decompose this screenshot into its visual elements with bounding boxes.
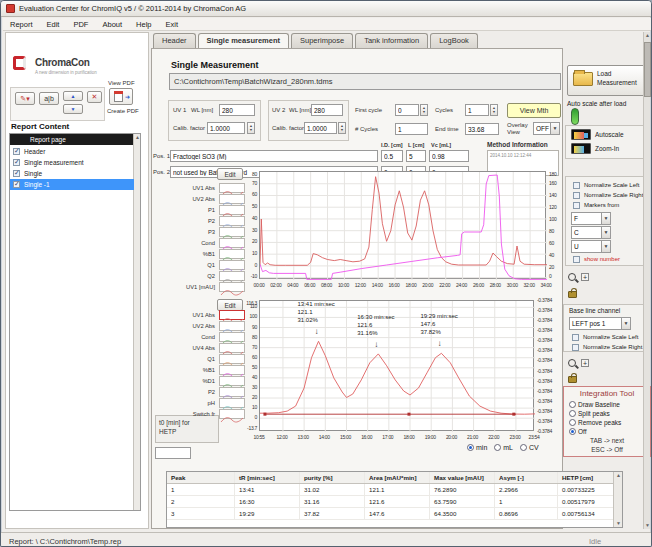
uv2-wl-input[interactable] <box>311 104 343 116</box>
uv1-calib-spinner[interactable]: ▲▼ <box>247 122 255 134</box>
chevron-down-icon[interactable]: ▼ <box>621 318 630 329</box>
baseline-channel-dropdown[interactable]: LEFT pos 1 ▼ <box>569 317 631 330</box>
column-header[interactable]: Area [mAU*min] <box>365 472 430 483</box>
t0-input[interactable] <box>155 447 191 459</box>
list-item[interactable]: Single <box>10 168 134 179</box>
autoscale-icon[interactable] <box>571 129 591 140</box>
channel-thumb[interactable] <box>219 282 245 292</box>
uv2-calib-input[interactable] <box>304 122 337 134</box>
marker-dropdown-2[interactable]: C▼ <box>571 226 611 239</box>
first-cycle-input[interactable] <box>395 104 419 116</box>
integration-radio-remove-peaks[interactable]: Remove peaks <box>569 418 643 427</box>
title-bar[interactable]: Evaluation Center for ChromIQ v5 / © 201… <box>1 1 652 17</box>
pos1-l-input[interactable] <box>406 150 426 162</box>
column-header[interactable]: HETP [cm] <box>558 472 614 483</box>
pos1-id-input[interactable] <box>381 150 403 162</box>
chevron-down-icon[interactable]: ▼ <box>601 227 610 238</box>
tab-superimpose[interactable]: Superimpose <box>291 33 353 48</box>
move-down-button[interactable]: ▼ <box>63 104 83 114</box>
checkbox-icon[interactable] <box>572 334 579 341</box>
chevron-down-icon[interactable]: ▼ <box>601 213 610 224</box>
end-time-input[interactable] <box>465 123 499 135</box>
normalize-scale-right-row[interactable]: Normalize Scale Right <box>570 190 643 200</box>
zoom-plus-icon[interactable]: + <box>581 273 589 281</box>
menu-item-edit[interactable]: Edit <box>40 20 67 29</box>
menu-item-about[interactable]: About <box>95 20 129 29</box>
lock-icon[interactable] <box>568 291 577 298</box>
magnifier-icon[interactable] <box>568 359 576 367</box>
radio-icon[interactable] <box>569 419 576 426</box>
scroll-down-icon[interactable]: ▼ <box>644 522 651 529</box>
zoom-plus-icon[interactable]: + <box>581 359 589 367</box>
checkbox-icon[interactable] <box>572 344 579 351</box>
uv1-wl-input[interactable] <box>219 104 255 116</box>
scroll-up-icon[interactable]: ▲ <box>134 134 141 141</box>
radio-icon[interactable] <box>494 444 501 451</box>
checkbox-icon[interactable] <box>573 256 580 263</box>
num-cycles-input[interactable] <box>395 123 428 135</box>
unit-radio-cv[interactable]: CV <box>520 444 539 451</box>
scroll-up-icon[interactable]: ▲ <box>644 32 651 39</box>
list-item[interactable]: Header <box>10 146 134 157</box>
sort-button[interactable]: a|b <box>39 92 59 105</box>
normalize-scale-left-row2[interactable]: Normalize Scale Left <box>569 332 638 342</box>
checkbox-icon[interactable] <box>573 202 580 209</box>
menu-item-report[interactable]: Report <box>3 20 40 29</box>
checkbox-icon[interactable] <box>573 182 580 189</box>
table-row[interactable]: 319:2937.82147.664.35000.86960.00756134 <box>167 508 622 520</box>
markers-from-row[interactable]: Markers from <box>570 200 619 210</box>
column-header[interactable]: Asym [-] <box>495 472 558 483</box>
uv1-calib-input[interactable] <box>207 122 245 134</box>
pos1-vc-input[interactable] <box>429 150 469 162</box>
view-mth-button[interactable]: View Mth <box>507 103 561 118</box>
normalize-scale-left-row[interactable]: Normalize Scale Left <box>570 180 639 190</box>
checkbox-icon[interactable] <box>13 181 20 188</box>
show-number-row[interactable]: show number <box>570 254 620 264</box>
column-header[interactable]: purity [%] <box>300 472 365 483</box>
unit-radio-min[interactable]: min <box>467 444 487 451</box>
scroll-up-icon[interactable]: ▲ <box>614 472 623 479</box>
menu-item-pdf[interactable]: PDF <box>66 20 95 29</box>
delete-page-button[interactable]: ✕ <box>87 91 102 103</box>
chevron-down-icon[interactable]: ▼ <box>601 241 610 252</box>
tab-header[interactable]: Header <box>153 33 196 48</box>
cycles-input[interactable] <box>465 104 489 116</box>
scroll-down-icon[interactable]: ▼ <box>614 520 623 527</box>
unit-radio-ml[interactable]: mL <box>494 444 513 451</box>
radio-icon[interactable] <box>467 444 474 451</box>
overlay-view-dropdown[interactable]: OFF ▼ <box>533 122 560 135</box>
first-cycle-spinner[interactable]: ▲▼ <box>420 104 428 116</box>
radio-icon[interactable] <box>569 428 576 435</box>
edit-report-button[interactable]: ✎▾ <box>15 92 35 105</box>
checkbox-icon[interactable] <box>573 192 580 199</box>
magnifier-icon[interactable] <box>568 273 576 281</box>
zoom-in-icon[interactable] <box>571 143 591 154</box>
view-pdf-button[interactable]: ➜ <box>109 88 133 105</box>
lock-icon[interactable] <box>568 376 577 383</box>
checkbox-icon[interactable] <box>13 159 20 166</box>
integration-radio-draw-baseline[interactable]: Draw Baseline <box>569 400 643 409</box>
menu-item-help[interactable]: Help <box>129 20 158 29</box>
tab-single-measurement[interactable]: Single measurement <box>198 33 289 49</box>
tab-logbook[interactable]: LogBook <box>430 33 478 48</box>
chevron-down-icon[interactable]: ▼ <box>550 123 559 134</box>
chart-overview[interactable] <box>259 171 546 279</box>
table-row[interactable]: 216:3031.16121.663.759010.00517979 <box>167 496 622 508</box>
radio-icon[interactable] <box>569 401 576 408</box>
scrollbar-thumb[interactable] <box>644 42 651 97</box>
list-column-header[interactable]: Report page <box>10 134 134 145</box>
column-header[interactable]: Max value [mAU] <box>430 472 495 483</box>
cycles-spinner[interactable]: ▲▼ <box>490 104 498 116</box>
table-row[interactable]: 113:4131.02121.176.28902.29660.00733225 <box>167 484 622 496</box>
window-scrollbar[interactable]: ▲ ▼ <box>643 32 650 529</box>
checkbox-icon[interactable] <box>13 148 20 155</box>
tab-tank-information[interactable]: Tank information <box>355 33 428 48</box>
auto-scale-toggle[interactable] <box>571 108 579 125</box>
normalize-scale-right-row2[interactable]: Normalize Scale Right <box>569 342 642 352</box>
radio-icon[interactable] <box>520 444 527 451</box>
move-up-button[interactable]: ▲ <box>63 91 83 101</box>
column-header[interactable]: tR [min:sec] <box>235 472 300 483</box>
checkbox-icon[interactable] <box>13 170 20 177</box>
integration-radio-split-peaks[interactable]: Split peaks <box>569 409 643 418</box>
column-header[interactable]: Peak <box>167 472 235 483</box>
